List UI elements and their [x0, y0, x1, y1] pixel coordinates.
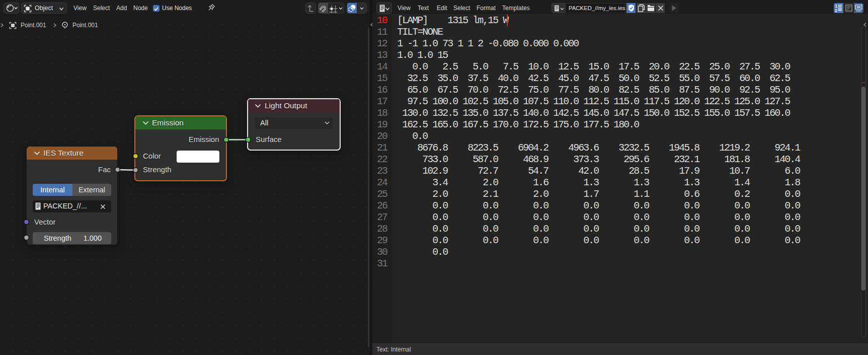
svg-text:2: 2	[835, 8, 837, 13]
